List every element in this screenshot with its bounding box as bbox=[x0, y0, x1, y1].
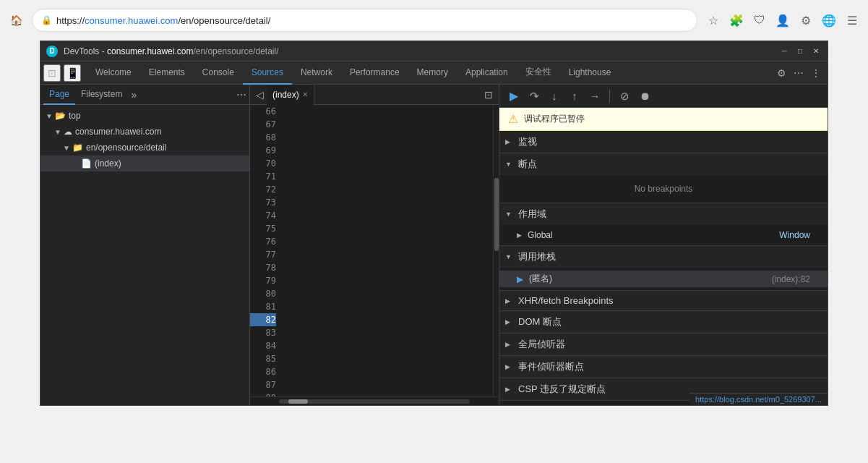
debug-separator bbox=[609, 90, 610, 103]
tree-arrow-path: ▼ bbox=[61, 144, 72, 152]
tree-arrow-domain: ▼ bbox=[52, 128, 64, 136]
tab-devtools-mobile[interactable]: 📱 bbox=[64, 64, 81, 82]
section-event-listeners-header[interactable]: ▶ 事件侦听器断点 bbox=[499, 356, 828, 378]
section-callstack: ▼ 调用堆栈 ▶ (匿名) (index):82 bbox=[499, 246, 828, 291]
section-watch-header[interactable]: ▶ 监视 bbox=[499, 131, 828, 153]
global-listeners-title: 全局侦听器 bbox=[518, 338, 565, 351]
section-breakpoints-header[interactable]: ▼ 断点 bbox=[499, 153, 828, 175]
tree-item-index[interactable]: ▶ 📄 (index) bbox=[40, 156, 249, 171]
devtools-subtabs: Page Filesystem » ⋯ bbox=[40, 85, 249, 105]
user-icon[interactable]: 👤 bbox=[773, 10, 793, 30]
no-breakpoints-text: No breakpoints bbox=[499, 178, 828, 200]
editor-back-icon[interactable]: ◁ bbox=[253, 89, 267, 101]
devtools-title: DevTools - consumer.huawei.com/en/openso… bbox=[64, 46, 778, 56]
tab-sources[interactable]: Sources bbox=[243, 61, 292, 85]
scope-title: 作用域 bbox=[518, 208, 546, 221]
editor-vscrollbar[interactable] bbox=[493, 105, 499, 396]
section-watch: ▶ 监视 bbox=[499, 131, 828, 153]
section-scope-header[interactable]: ▼ 作用域 bbox=[499, 203, 828, 225]
editor-expand-icon[interactable]: ⊡ bbox=[481, 89, 496, 101]
extensions-icon[interactable]: 🧩 bbox=[726, 10, 747, 30]
section-xhr: ▶ XHR/fetch Breakpoints bbox=[499, 291, 828, 311]
cloud-icon: ☁ bbox=[64, 127, 72, 137]
tab-memory[interactable]: Memory bbox=[408, 61, 457, 85]
address-text: https://consumer.huawei.com/en/opensourc… bbox=[56, 15, 688, 26]
paused-icon: ⚠ bbox=[508, 112, 518, 126]
tab-security[interactable]: 安全性 bbox=[517, 61, 560, 85]
debug-deactivate-btn[interactable]: ⊘ bbox=[616, 88, 633, 105]
section-global-listeners-header[interactable]: ▶ 全局侦听器 bbox=[499, 334, 828, 355]
event-listeners-title: 事件侦听器断点 bbox=[518, 360, 584, 373]
call-arrow-anon: ▶ bbox=[517, 274, 523, 284]
csp-title: CSP 违反了规定断点 bbox=[518, 383, 606, 396]
debug-step-into-btn[interactable]: ↓ bbox=[546, 88, 563, 105]
section-global-listeners: ▶ 全局侦听器 bbox=[499, 334, 828, 356]
call-item-anon[interactable]: ▶ (匿名) (index):82 bbox=[499, 271, 828, 287]
subtab-page[interactable]: Page bbox=[43, 85, 75, 105]
line-72 bbox=[285, 365, 493, 378]
debug-step-btn[interactable]: → bbox=[586, 88, 603, 105]
home-button[interactable]: 🏠 bbox=[6, 10, 26, 30]
section-dom-header[interactable]: ▶ DOM 断点 bbox=[499, 311, 828, 333]
file-tree: ▼ 📂 top ▼ ☁ consumer.huawei.com ▼ 📁 en/o… bbox=[40, 105, 249, 405]
debug-resume-btn[interactable]: ▶ bbox=[505, 88, 523, 105]
tree-item-top[interactable]: ▼ 📂 top bbox=[40, 108, 249, 124]
dom-arrow: ▶ bbox=[505, 318, 512, 326]
hscrollbar-thumb bbox=[288, 399, 307, 404]
bookmark-icon[interactable]: ☆ bbox=[703, 10, 723, 30]
tab-close[interactable]: ✕ bbox=[302, 90, 308, 98]
debug-step-out-btn[interactable]: ↑ bbox=[566, 88, 583, 105]
menu-icon[interactable]: ☰ bbox=[842, 10, 862, 30]
file-icon-index: 📄 bbox=[81, 158, 92, 169]
paused-text: 调试程序已暂停 bbox=[524, 113, 585, 125]
tree-arrow-index: ▶ bbox=[69, 160, 81, 168]
section-breakpoints-content: No breakpoints bbox=[499, 175, 828, 203]
minimize-button[interactable]: ─ bbox=[778, 46, 790, 57]
devtools-left-panel: Page Filesystem » ⋯ ▼ 📂 top ▼ ☁ consumer… bbox=[40, 85, 250, 405]
tree-label-path: en/opensource/detail bbox=[86, 143, 166, 153]
debug-sections: ▶ 监视 ▼ 断点 No breakpoints bbox=[499, 131, 828, 405]
section-callstack-header[interactable]: ▼ 调用堆栈 bbox=[499, 246, 828, 268]
subtab-filesystem[interactable]: Filesystem bbox=[75, 85, 128, 105]
tab-remote-icon[interactable]: ⋯ bbox=[790, 64, 807, 82]
maximize-button[interactable]: □ bbox=[794, 46, 806, 57]
callstack-title: 调用堆栈 bbox=[518, 250, 556, 263]
tab-settings-icon[interactable]: ⚙ bbox=[773, 64, 790, 82]
global-listeners-arrow: ▶ bbox=[505, 341, 512, 348]
folder-icon-top: 📂 bbox=[55, 111, 66, 121]
editor-hscrollbar[interactable] bbox=[250, 396, 499, 405]
tree-item-domain[interactable]: ▼ ☁ consumer.huawei.com bbox=[40, 124, 249, 140]
settings-icon[interactable]: ⚙ bbox=[796, 10, 816, 30]
scope-global-item[interactable]: ▶ Global Window bbox=[499, 228, 828, 242]
devtools-logo: D bbox=[46, 46, 58, 57]
tree-item-path[interactable]: ▼ 📁 en/opensource/detail bbox=[40, 140, 249, 156]
tab-console[interactable]: Console bbox=[194, 61, 243, 85]
tree-label-top: top bbox=[69, 111, 81, 121]
editor-filetab-index[interactable]: (index) ✕ bbox=[267, 85, 314, 105]
tab-elements[interactable]: Elements bbox=[140, 61, 194, 85]
debug-stop-btn[interactable]: ⏺ bbox=[636, 88, 653, 105]
tab-more-icon[interactable]: ⋮ bbox=[807, 64, 825, 82]
subtab-dots[interactable]: ⋯ bbox=[236, 89, 246, 101]
devtools-tabs-bar: ⊡ 📱 Welcome Elements Console Sources Net… bbox=[40, 61, 828, 85]
close-button[interactable]: ✕ bbox=[810, 46, 822, 57]
subtab-more-icon[interactable]: » bbox=[131, 89, 137, 101]
tab-performance[interactable]: Performance bbox=[341, 61, 408, 85]
line-71 bbox=[285, 326, 493, 339]
debug-step-over-btn[interactable]: ↷ bbox=[525, 88, 543, 105]
tab-welcome[interactable]: Welcome bbox=[87, 61, 140, 85]
tab-devtools-toggle[interactable]: ⊡ bbox=[43, 64, 61, 82]
section-xhr-header[interactable]: ▶ XHR/fetch Breakpoints bbox=[499, 291, 828, 310]
tab-network[interactable]: Network bbox=[292, 61, 341, 85]
code-lines: <script type="text/javascript">window.pa… bbox=[279, 105, 493, 396]
callstack-arrow: ▼ bbox=[505, 253, 512, 260]
tab-lighthouse[interactable]: Lighthouse bbox=[560, 61, 620, 85]
tab-application[interactable]: Application bbox=[457, 61, 517, 85]
lock-icon: 🔒 bbox=[41, 15, 52, 25]
globe-icon[interactable]: 🌐 bbox=[819, 10, 839, 30]
line-70 bbox=[285, 287, 493, 300]
watch-title: 监视 bbox=[518, 135, 537, 148]
xhr-title: XHR/fetch Breakpoints bbox=[518, 295, 614, 306]
address-bar[interactable]: 🔒 https://consumer.huawei.com/en/opensou… bbox=[32, 9, 697, 32]
shield-icon[interactable]: 🛡 bbox=[749, 10, 770, 30]
